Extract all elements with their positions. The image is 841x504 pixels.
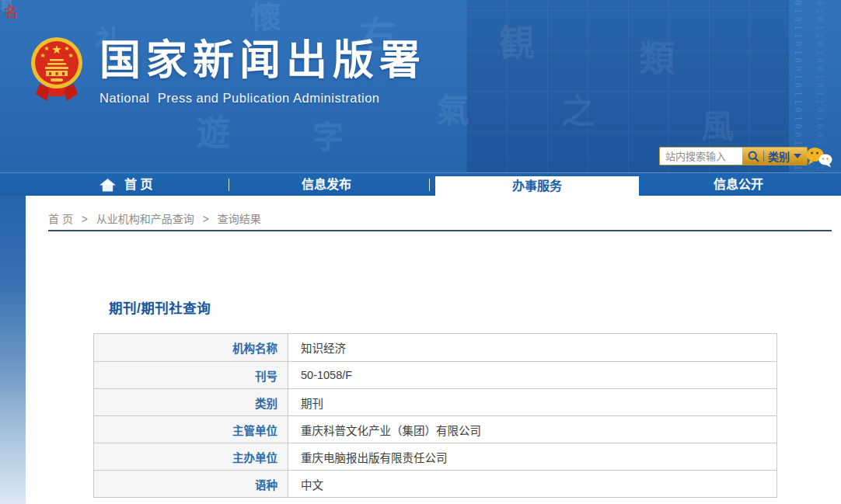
breadcrumb-separator: > bbox=[203, 213, 209, 225]
calligraphy-texture-glyph: 和 bbox=[0, 0, 12, 12]
breadcrumb-separator: > bbox=[82, 213, 88, 225]
left-background-strip bbox=[0, 196, 26, 504]
breadcrumb: 首 页 > 从业机构和产品查询 > 查询结果 bbox=[48, 210, 261, 226]
calligraphy-texture-glyph: 風 bbox=[701, 110, 734, 143]
nav-divider bbox=[429, 179, 430, 191]
brand-block: 国家新闻出版署 National Press and Publication A… bbox=[99, 39, 426, 106]
nav-item-info-release[interactable]: 信息发布 bbox=[289, 173, 364, 196]
category-dropdown-label[interactable]: 类别 bbox=[768, 148, 790, 164]
search-input[interactable] bbox=[659, 147, 742, 165]
calligraphy-texture-glyph: 習 bbox=[0, 0, 12, 12]
row-value: 知识经济 bbox=[288, 334, 776, 361]
page-title: 期刊/期刊社查询 bbox=[109, 297, 211, 317]
table-row: 主管单位 重庆科普文化产业（集团）有限公司 bbox=[94, 415, 776, 443]
calligraphy-texture-glyph: 観 bbox=[499, 25, 535, 61]
table-row: 机构名称 知识经济 bbox=[94, 334, 776, 361]
svg-text:★: ★ bbox=[68, 52, 73, 59]
search-controls: 类别 bbox=[742, 147, 808, 165]
breadcrumb-query[interactable]: 从业机构和产品查询 bbox=[96, 213, 194, 225]
calligraphy-texture-glyph: 遊 bbox=[196, 116, 230, 151]
site-subtitle: National Press and Publication Administr… bbox=[99, 91, 426, 106]
table-row: 语种 中文 bbox=[94, 470, 776, 497]
svg-text:★: ★ bbox=[44, 45, 49, 52]
row-value: 50-1058/F bbox=[288, 362, 776, 388]
nav-item-label: 首 页 bbox=[124, 173, 152, 196]
nav-item-services-active-tab[interactable]: 办事服务 bbox=[435, 176, 639, 196]
row-label: 主办单位 bbox=[94, 443, 288, 470]
calligraphy-texture-glyph: 類 bbox=[639, 40, 675, 76]
row-label: 刊号 bbox=[94, 362, 288, 388]
calligraphy-texture-glyph: 字 bbox=[312, 121, 344, 152]
calligraphy-texture-glyph: 懷 bbox=[250, 2, 281, 33]
row-value: 中文 bbox=[288, 471, 776, 497]
breadcrumb-result: 查询结果 bbox=[218, 213, 261, 225]
wechat-icon[interactable] bbox=[805, 147, 833, 168]
nav-item-info-disclosure[interactable]: 信息公开 bbox=[701, 173, 776, 196]
table-row: 刊号 50-1058/F bbox=[94, 361, 776, 388]
search-icon[interactable] bbox=[748, 151, 759, 162]
svg-text:★: ★ bbox=[51, 43, 61, 56]
nav-divider bbox=[229, 179, 229, 191]
site-title: 国家新闻出版署 bbox=[99, 39, 426, 82]
row-value: 重庆电脑报出版有限责任公司 bbox=[288, 443, 776, 470]
page: 01011010010110100101101001011010 0101101… bbox=[0, 0, 841, 504]
home-icon bbox=[99, 179, 116, 192]
row-label: 主管单位 bbox=[94, 416, 288, 443]
row-label: 语种 bbox=[94, 471, 288, 497]
calligraphy-texture-glyph: 之 bbox=[561, 95, 595, 129]
red-seal-texture-glyph: 名 bbox=[5, 2, 18, 21]
svg-text:★: ★ bbox=[40, 52, 45, 59]
site-header: 01011010010110100101101001011010 0101101… bbox=[0, 0, 841, 172]
table-row: 类别 期刊 bbox=[94, 388, 776, 415]
result-table: 机构名称 知识经济 刊号 50-1058/F 类别 期刊 主管单位 重庆科普文化… bbox=[93, 333, 777, 498]
national-emblem-logo: ★ ★ ★ ★ ★ bbox=[30, 36, 84, 113]
svg-text:★: ★ bbox=[64, 45, 69, 52]
calligraphy-texture-glyph: 氣 bbox=[437, 95, 469, 127]
content-panel: 首 页 > 从业机构和产品查询 > 查询结果 期刊/期刊社查询 机构名称 知识经… bbox=[26, 196, 841, 504]
row-value: 期刊 bbox=[288, 389, 776, 415]
breadcrumb-home[interactable]: 首 页 bbox=[48, 213, 73, 225]
site-search: 类别 bbox=[659, 147, 808, 165]
row-label: 机构名称 bbox=[94, 334, 288, 361]
breadcrumb-rule bbox=[48, 230, 832, 231]
table-row: 主办单位 重庆电脑报出版有限责任公司 bbox=[94, 443, 776, 470]
search-divider bbox=[763, 151, 764, 162]
chevron-down-icon[interactable] bbox=[794, 154, 801, 158]
row-value: 重庆科普文化产业（集团）有限公司 bbox=[288, 416, 776, 443]
main-nav: 首 页 信息发布 办事服务 信息公开 bbox=[0, 172, 841, 196]
row-label: 类别 bbox=[94, 389, 288, 415]
nav-item-home[interactable]: 首 页 bbox=[99, 173, 152, 196]
